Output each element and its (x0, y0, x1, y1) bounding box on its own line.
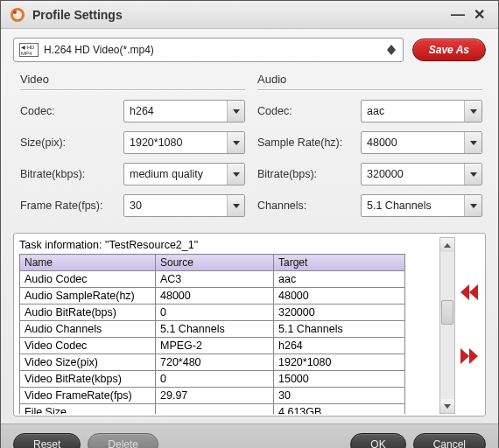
save-as-button[interactable]: Save As (412, 38, 486, 61)
cancel-button[interactable]: Cancel (413, 433, 486, 448)
video-size-select[interactable]: 1920*1080 (123, 131, 245, 154)
scroll-down-button[interactable] (440, 399, 454, 413)
close-button[interactable]: ✕ (468, 6, 489, 23)
profile-select-stepper[interactable] (383, 45, 399, 55)
video-framerate-label: Frame Rate(fps): (20, 200, 123, 212)
task-table: NameSourceTargetAudio CodecAC3aacAudio S… (19, 254, 405, 414)
column-header[interactable]: Source (156, 255, 274, 271)
audio-bitrate-select[interactable]: 320000 (361, 163, 482, 186)
video-bitrate-select[interactable]: medium quality (123, 163, 245, 186)
profile-row: ◀ HDMP4 H.264 HD Video(*.mp4) Save As (1, 29, 498, 67)
column-header[interactable]: Name (20, 255, 156, 271)
app-icon (10, 7, 25, 23)
task-info-label: Task information: "TestResource2_1" (19, 237, 436, 254)
video-column: Video Codec: h264 Size(pix): 1920*1080 B… (20, 73, 245, 226)
delete-button[interactable]: Delete (88, 433, 158, 448)
video-codec-value: h264 (130, 105, 154, 117)
ok-button[interactable]: OK (350, 433, 405, 448)
titlebar: Profile Settings — ✕ (1, 1, 498, 29)
divider (20, 89, 245, 91)
video-codec-label: Codec: (20, 105, 123, 117)
scroll-up-button[interactable] (440, 238, 454, 252)
table-row[interactable]: Video CodecMPEG-2h264 (20, 338, 405, 354)
video-codec-select[interactable]: h264 (123, 100, 245, 122)
page-arrows (459, 237, 480, 414)
audio-samplerate-label: Sample Rate(hz): (257, 136, 361, 149)
svg-point-2 (13, 10, 17, 14)
task-table-wrap: Task information: "TestResource2_1" Name… (19, 237, 436, 414)
video-framerate-select[interactable]: 30 (123, 194, 245, 217)
table-row[interactable]: Video Size(pix)720*4801920*1080 (20, 354, 405, 371)
chevron-down-icon (464, 164, 481, 185)
table-row[interactable]: File Size4.613GB (20, 404, 405, 415)
table-row[interactable]: Video FrameRate(fps)29.9730 (20, 388, 405, 404)
chevron-down-icon (227, 132, 244, 153)
scroll-track[interactable] (440, 252, 454, 399)
video-heading: Video (20, 73, 245, 86)
video-bitrate-label: Bitrate(kbps): (20, 168, 123, 180)
audio-channels-value: 5.1 Channels (367, 200, 432, 212)
chevron-down-icon (464, 132, 481, 153)
settings-area: Video Codec: h264 Size(pix): 1920*1080 B… (1, 67, 498, 233)
audio-codec-value: aac (367, 105, 384, 117)
divider (257, 89, 482, 91)
audio-heading: Audio (257, 73, 482, 86)
audio-column: Audio Codec: aac Sample Rate(hz): 48000 … (257, 73, 482, 226)
page-prev-icon[interactable] (460, 284, 478, 304)
column-header[interactable]: Target (274, 255, 405, 271)
chevron-down-icon (227, 195, 244, 216)
hd-mp4-icon: ◀ HDMP4 (19, 43, 39, 57)
video-size-value: 1920*1080 (130, 136, 182, 149)
scroll-thumb[interactable] (441, 300, 453, 325)
bottom-bar: Reset Delete OK Cancel (1, 424, 498, 448)
audio-bitrate-label: Bitrate(bps): (257, 168, 361, 180)
chevron-down-icon (227, 101, 244, 122)
audio-samplerate-value: 48000 (367, 136, 397, 149)
minimize-button[interactable]: — (447, 7, 468, 23)
chevron-down-icon (227, 164, 244, 185)
audio-samplerate-select[interactable]: 48000 (361, 131, 482, 154)
window-title: Profile Settings (32, 8, 447, 22)
video-framerate-value: 30 (130, 200, 142, 212)
table-row[interactable]: Audio SampleRate(hz)4800048000 (20, 288, 405, 304)
task-info-pane: Task information: "TestResource2_1" Name… (13, 233, 486, 416)
page-next-icon[interactable] (460, 348, 478, 368)
chevron-down-icon (464, 101, 481, 122)
vertical-scrollbar[interactable] (439, 237, 455, 414)
video-bitrate-value: medium quality (130, 168, 203, 180)
reset-button[interactable]: Reset (13, 433, 81, 448)
chevron-down-icon (464, 195, 481, 216)
audio-channels-select[interactable]: 5.1 Channels (361, 194, 482, 217)
audio-codec-select[interactable]: aac (361, 100, 482, 122)
table-row[interactable]: Video BitRate(kbps)015000 (20, 371, 405, 388)
table-row[interactable]: Audio BitRate(bps)0320000 (20, 304, 405, 321)
table-row[interactable]: Audio CodecAC3aac (20, 271, 405, 288)
profile-select-label: H.264 HD Video(*.mp4) (44, 44, 154, 56)
audio-bitrate-value: 320000 (367, 168, 404, 180)
audio-channels-label: Channels: (257, 200, 361, 212)
audio-codec-label: Codec: (257, 105, 361, 117)
video-size-label: Size(pix): (20, 136, 123, 149)
profile-settings-window: Profile Settings — ✕ ◀ HDMP4 H.264 HD Vi… (0, 0, 499, 448)
profile-select[interactable]: ◀ HDMP4 H.264 HD Video(*.mp4) (13, 38, 404, 62)
table-row[interactable]: Audio Channels5.1 Channels5.1 Channels (20, 321, 405, 338)
